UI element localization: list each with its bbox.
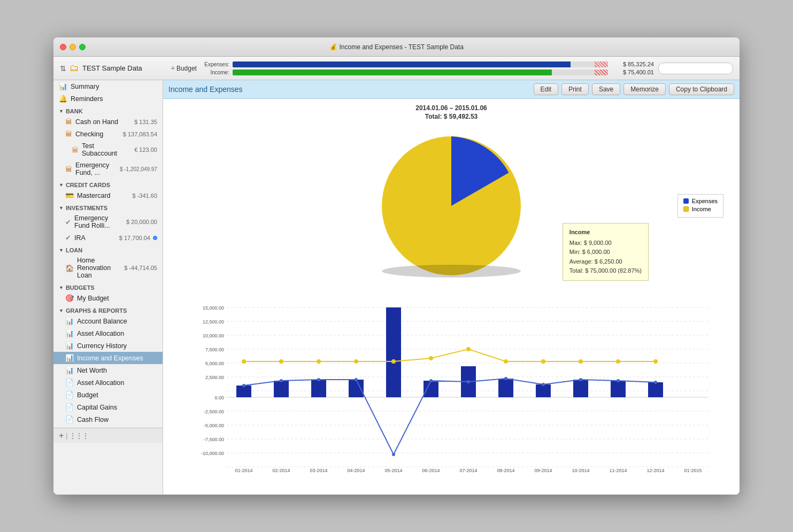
expenses-line	[244, 379, 656, 454]
credit-arrow: ▼	[59, 182, 64, 188]
svg-text:01-2015: 01-2015	[684, 468, 702, 473]
bar-08-2014	[498, 379, 513, 397]
sidebar-item-label: IRA	[74, 234, 116, 242]
bar-03-2014	[311, 380, 326, 397]
pie-tooltip: Income Max: $ 9,000.00 Min: $ 6,000.00 A…	[563, 223, 649, 281]
tooltip-min: Min: $ 6,000.00	[569, 248, 642, 257]
memorize-button[interactable]: Memorize	[623, 83, 666, 95]
bar-09-2014	[536, 384, 551, 397]
sidebar-item-emergency-fund[interactable]: 🏛 Emergency Fund, ... $ -1,202,049.97	[53, 159, 163, 179]
report-header: Income and Expenses Edit Print Save Memo…	[163, 80, 740, 99]
invest-icon: ✔	[65, 234, 71, 242]
section-credit: ▼ CREDIT CARDS	[53, 179, 163, 189]
close-button[interactable]	[60, 44, 66, 50]
credit-label: CREDIT CARDS	[66, 182, 110, 188]
expenses-legend-dot	[683, 198, 689, 204]
expenses-dot	[504, 377, 507, 380]
pie-legend: Expenses Income	[677, 194, 723, 218]
sidebar-item-label: Budget	[77, 391, 157, 399]
report-icon: 📊	[65, 342, 74, 350]
chart-total: Total: $ 59,492.53	[168, 113, 734, 120]
svg-text:-5,000.00: -5,000.00	[204, 423, 224, 428]
loan-label: LOAN	[66, 247, 82, 253]
expenses-bar-container	[233, 61, 608, 67]
pie-chart	[376, 131, 526, 281]
sidebar-item-mastercard[interactable]: 💳 Mastercard $ -341.60	[53, 189, 163, 202]
invest-icon: ✔	[65, 218, 71, 226]
svg-text:15,000.00: 15,000.00	[203, 305, 224, 311]
sidebar-item-net-worth[interactable]: 📊 Net Worth	[53, 364, 163, 376]
sidebar-item-cash-flow[interactable]: 📄 Cash Flow	[53, 413, 163, 426]
expenses-legend-label: Expenses	[692, 198, 718, 204]
legend-item-income: Income	[683, 206, 718, 212]
income-bar-container	[233, 70, 608, 75]
sidebar-item-cash-on-hand[interactable]: 🏛 Cash on Hand $ 131.35	[53, 115, 163, 128]
sidebar-item-currency-history[interactable]: 📊 Currency History	[53, 340, 163, 352]
reminders-icon: 🔔	[59, 95, 67, 103]
sidebar-item-ira[interactable]: ✔ IRA $ 17,700.04	[53, 232, 163, 244]
sidebar-item-summary[interactable]: 📊 Summary	[53, 80, 163, 92]
sidebar-columns-button[interactable]: ⋮⋮⋮	[70, 432, 89, 440]
section-bank: ▼ BANK	[53, 105, 163, 115]
db-icon: 🗂	[70, 63, 79, 74]
budget-bars: Expenses: $ 85,325.24 Income: $ 75,400.0…	[200, 61, 654, 75]
income-bar-pattern	[595, 70, 608, 75]
window-title: 💰 Income and Expenses - TEST Sample Data	[329, 43, 464, 51]
sort-icon[interactable]: ⇅	[60, 64, 66, 73]
sidebar-item-reminders[interactable]: 🔔 Reminders	[53, 92, 163, 105]
pie-chart-section: Expenses Income Income Max: $ 9,000.00 M…	[168, 126, 734, 286]
sidebar-item-label: Asset Allocation	[77, 330, 157, 337]
svg-text:02-2014: 02-2014	[272, 468, 290, 473]
expenses-dot	[242, 384, 245, 387]
doc-icon: 📄	[65, 391, 74, 399]
bar-06-2014	[424, 381, 438, 397]
save-button[interactable]: Save	[592, 83, 620, 95]
sidebar-item-asset-allocation-graph[interactable]: 📊 Asset Allocation	[53, 327, 163, 340]
budget-icon: 🎯	[65, 294, 74, 302]
sidebar-item-account-balance[interactable]: 📊 Account Balance	[53, 315, 163, 327]
sidebar-item-home-renovation[interactable]: 🏠 Home Renovation Loan $ -44,714.05	[53, 255, 163, 281]
report-icon: 📊	[65, 317, 74, 325]
income-label: Income:	[200, 70, 229, 75]
bar-01-2014	[236, 385, 251, 397]
section-budgets: ▼ BUDGETS	[53, 281, 163, 292]
budgets-arrow: ▼	[59, 285, 64, 290]
expenses-dot	[317, 378, 320, 381]
svg-text:12-2014: 12-2014	[646, 468, 664, 473]
svg-text:06-2014: 06-2014	[422, 468, 440, 473]
report-icon: 📊	[65, 366, 74, 374]
expenses-bar	[233, 61, 571, 67]
sidebar-item-my-budget[interactable]: 🎯 My Budget	[53, 292, 163, 304]
income-dot	[242, 359, 246, 364]
income-line	[244, 349, 656, 361]
copy-clipboard-button[interactable]: Copy to Clipboard	[669, 83, 734, 95]
chart-date-range: 2014.01.06 – 2015.01.06	[168, 104, 734, 112]
sidebar-item-label: Asset Allocation	[77, 379, 157, 387]
edit-button[interactable]: Edit	[534, 83, 559, 95]
sidebar-item-capital-gains[interactable]: 📄 Capital Gains	[53, 401, 163, 413]
doc-icon: 📄	[65, 415, 74, 423]
minimize-button[interactable]	[70, 44, 76, 50]
sidebar-item-income-expenses[interactable]: 📊 Income and Expenses	[53, 352, 163, 364]
svg-text:04-2014: 04-2014	[347, 468, 365, 473]
test-subaccount-amount: € 123.00	[134, 147, 157, 153]
sidebar-item-checking[interactable]: 🏛 Checking $ 137,083.54	[53, 128, 163, 140]
sidebar-item-budget-rep[interactable]: 📄 Budget	[53, 389, 163, 401]
svg-text:08-2014: 08-2014	[497, 468, 514, 473]
income-dot	[466, 347, 471, 351]
blue-dot	[153, 236, 157, 240]
print-button[interactable]: Print	[561, 83, 589, 95]
budgets-label: BUDGETS	[66, 284, 95, 291]
search-input[interactable]	[658, 63, 733, 74]
add-account-button[interactable]: +	[59, 431, 64, 441]
svg-text:11-2014: 11-2014	[609, 468, 627, 473]
bar-05-2014	[386, 307, 401, 397]
maximize-button[interactable]	[79, 44, 86, 50]
svg-point-1	[382, 265, 521, 277]
expenses-bar-pattern	[595, 61, 608, 67]
sidebar-item-test-subaccount[interactable]: 🏛 Test Subaccount € 123.00	[53, 140, 163, 159]
sidebar-item-emergency-rolling[interactable]: ✔ Emergency Fund Rolli... $ 20,000.00	[53, 212, 163, 232]
sidebar-item-asset-allocation-rep[interactable]: 📄 Asset Allocation	[53, 376, 163, 389]
bar-11-2014	[611, 381, 626, 397]
credit-icon: 💳	[65, 191, 74, 199]
